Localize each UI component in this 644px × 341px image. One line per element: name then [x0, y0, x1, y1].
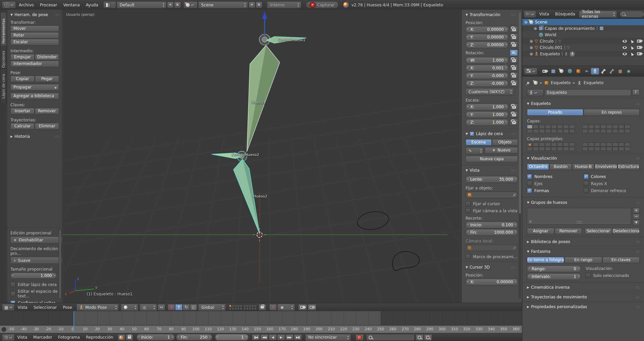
- bone-hueso1[interactable]: [247, 45, 280, 152]
- layer-cell[interactable]: [232, 307, 234, 310]
- panel-drag-dots[interactable]: ∷∷: [511, 169, 515, 172]
- renderable-camera-icon[interactable]: [637, 46, 642, 49]
- orientation-selector[interactable]: Global: [198, 304, 226, 311]
- layer-cell[interactable]: [527, 147, 533, 151]
- layer-cell[interactable]: [533, 125, 539, 129]
- timeline-ruler[interactable]: -50-40-30-20-100102030405060708090100110…: [0, 325, 522, 333]
- properties-editor-type-button[interactable]: ▴▾: [524, 68, 537, 75]
- layer-cell[interactable]: [244, 307, 246, 310]
- menu-ventana[interactable]: Ventana: [60, 1, 83, 9]
- editar-lapiz-checkbox[interactable]: [10, 282, 15, 287]
- render-opengl-button[interactable]: [298, 304, 307, 310]
- timeline-tracks[interactable]: [0, 311, 522, 325]
- outliner-filter-selector[interactable]: Todas las escenas: [579, 11, 617, 18]
- layer-cell[interactable]: [254, 305, 257, 307]
- layer-cell[interactable]: [612, 147, 618, 151]
- nueva-capa-button[interactable]: Nueva capa: [466, 156, 518, 162]
- tab-bone[interactable]: [599, 68, 607, 74]
- cursor3d-panel-header[interactable]: ▼ Cursor 3D ∷∷: [466, 265, 518, 270]
- panel-drag-dots[interactable]: ∷∷: [55, 135, 59, 138]
- layer-cell[interactable]: [600, 147, 606, 151]
- layer-cell[interactable]: [533, 143, 539, 147]
- layer-cell[interactable]: [249, 305, 251, 307]
- fantasma-claves-toggle[interactable]: En claves: [602, 257, 640, 263]
- layer-cell[interactable]: [539, 143, 545, 147]
- vista-panel-header[interactable]: ▼ Vista ∷∷: [466, 168, 518, 173]
- layer-cell[interactable]: [551, 147, 557, 151]
- layer-cell[interactable]: [551, 125, 557, 129]
- add-layout-button[interactable]: +: [167, 2, 174, 8]
- breadcrumb-data[interactable]: Esqueleto: [584, 80, 603, 85]
- menu-vista[interactable]: Vista: [14, 303, 31, 311]
- trayectorias-panel-header[interactable]: ▶ Trayectorias de movimiento ∷∷: [527, 295, 640, 299]
- fijar-camara-checkbox[interactable]: [466, 208, 471, 213]
- pos-z-field[interactable]: Z:0.00000: [466, 42, 508, 48]
- panel-drag-dots[interactable]: ∷∷: [55, 13, 59, 17]
- layer-cell[interactable]: [582, 125, 588, 129]
- personalizadas-panel-header[interactable]: ▶ Propiedades personalizadas ∷∷: [527, 304, 640, 309]
- nombres-checkbox[interactable]: ✓: [527, 174, 532, 179]
- viewport-3d[interactable]: z y x Usuario (persp) ControlHueso1 Hues…: [62, 10, 461, 303]
- layer-cell[interactable]: [600, 143, 606, 147]
- demorar-checkbox[interactable]: [584, 188, 589, 193]
- record-button[interactable]: [356, 334, 364, 341]
- eliminar-button[interactable]: Eliminar: [35, 123, 59, 129]
- screen-layout-icon-button[interactable]: [103, 1, 116, 8]
- rotar-button[interactable]: Rotar: [10, 32, 59, 39]
- layer-cell[interactable]: [246, 307, 249, 310]
- layer-cell[interactable]: [545, 125, 551, 129]
- current-frame-cursor[interactable]: [73, 311, 74, 333]
- outliner-row-circulo001[interactable]: ⊕ ▽ Círculo.001 | ▽: [522, 44, 644, 51]
- layer-cell[interactable]: [588, 143, 594, 147]
- recorte-inicio-field[interactable]: Inicio:0.100: [466, 222, 518, 228]
- remover-button[interactable]: Remover: [35, 108, 59, 114]
- reposo-toggle[interactable]: En reposo: [584, 109, 640, 116]
- recorte-fin-field[interactable]: Fin:1000.000: [466, 229, 518, 236]
- render-opengl-anim-button[interactable]: [308, 304, 316, 310]
- marco-checkbox[interactable]: [466, 254, 471, 259]
- vis-octaedro-toggle[interactable]: Octaedro: [527, 164, 549, 170]
- biblioteca-panel-header[interactable]: ▶ Biblioteca de poses ∷∷: [527, 239, 640, 244]
- confirmar-soltar-checkbox[interactable]: ✓: [10, 300, 15, 303]
- layer-cell[interactable]: [557, 129, 563, 133]
- layer-cell[interactable]: [625, 143, 630, 147]
- layer-cell[interactable]: [619, 125, 624, 129]
- tab-armature-data[interactable]: [591, 68, 599, 74]
- formas-checkbox[interactable]: ✓: [527, 188, 532, 193]
- visualizacion-panel-header[interactable]: ▼ Visualización ∷∷: [527, 156, 640, 161]
- gpencil-datablock-dropdown[interactable]: ✎: [466, 147, 484, 154]
- scale-z-field[interactable]: Z:1.000: [466, 119, 508, 126]
- resize-grip-icon[interactable]: [577, 221, 582, 223]
- layer-cell[interactable]: [582, 129, 588, 133]
- layer-cell[interactable]: [619, 129, 624, 133]
- scale-y-field[interactable]: Y:1.000: [466, 111, 508, 118]
- mover-button[interactable]: Mover: [10, 25, 59, 32]
- menu-marcador[interactable]: Marcador: [30, 333, 55, 341]
- layer-cell[interactable]: [545, 143, 551, 147]
- rot-z-field[interactable]: Z:-0.000: [466, 80, 508, 87]
- vis-estructura-toggle[interactable]: Estructura: [618, 164, 640, 170]
- layer-cell[interactable]: [254, 307, 257, 310]
- layer-cell[interactable]: [545, 129, 551, 133]
- layer-cell[interactable]: [582, 147, 588, 151]
- layer-cell[interactable]: [246, 305, 249, 307]
- distender-button[interactable]: Distender: [35, 54, 59, 60]
- cursor-x-field[interactable]: X:0.00000: [466, 279, 518, 285]
- fantasma-rango-toggle[interactable]: En rango: [565, 257, 602, 263]
- breadcrumb-object[interactable]: Esqueleto: [551, 80, 571, 85]
- layer-cell[interactable]: [606, 147, 612, 151]
- layer-cell[interactable]: [232, 305, 234, 307]
- layer-cell[interactable]: [569, 143, 575, 147]
- menu-reproduccion[interactable]: Reproducción: [83, 333, 116, 341]
- playback-button[interactable]: ◀◀: [260, 334, 268, 340]
- current-frame-field[interactable]: 1: [215, 334, 249, 341]
- rot-y-field[interactable]: Y:-0.000: [466, 72, 508, 79]
- layer-cell[interactable]: [569, 147, 575, 151]
- grupo-remover-button[interactable]: Remover: [555, 228, 582, 234]
- layer-cell[interactable]: [249, 307, 251, 310]
- outliner-editor-type-button[interactable]: ⊢ ▴▾: [524, 11, 536, 18]
- layer-cell[interactable]: [234, 305, 237, 307]
- rot-x-field[interactable]: X:0.001: [466, 65, 508, 71]
- visibility-eye-icon[interactable]: [623, 40, 627, 43]
- layer-cell[interactable]: [237, 307, 239, 310]
